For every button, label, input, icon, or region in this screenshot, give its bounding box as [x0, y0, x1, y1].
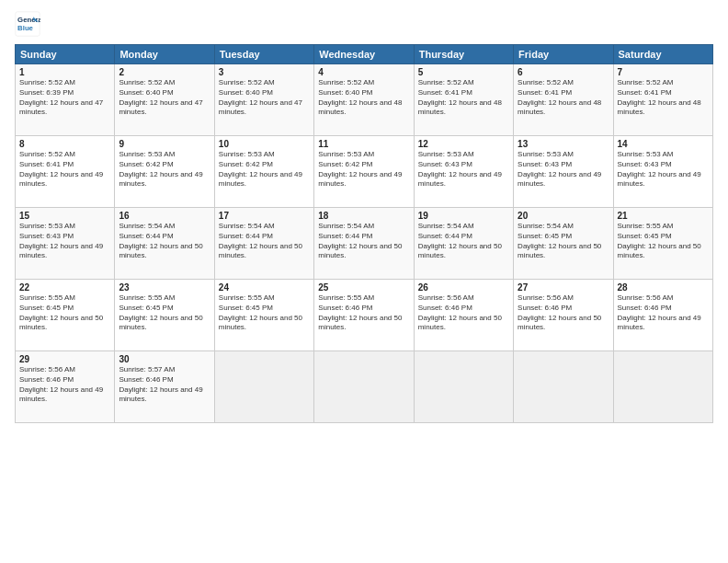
- day-number: 14: [618, 139, 709, 149]
- day-number: 30: [119, 354, 210, 364]
- calendar-cell: 22 Sunrise: 5:55 AM Sunset: 6:45 PM Dayl…: [16, 280, 115, 351]
- calendar-cell: [613, 351, 712, 423]
- day-number: 5: [418, 67, 509, 77]
- svg-text:General: General: [17, 16, 40, 24]
- day-number: 18: [318, 211, 409, 221]
- calendar-cell: 25 Sunrise: 5:55 AM Sunset: 6:46 PM Dayl…: [314, 280, 414, 351]
- day-info: Sunrise: 5:53 AM Sunset: 6:42 PM Dayligh…: [119, 150, 210, 190]
- calendar-cell: 13 Sunrise: 5:53 AM Sunset: 6:43 PM Dayl…: [514, 136, 613, 208]
- day-info: Sunrise: 5:54 AM Sunset: 6:44 PM Dayligh…: [318, 222, 409, 261]
- day-info: Sunrise: 5:54 AM Sunset: 6:45 PM Dayligh…: [518, 222, 609, 261]
- day-info: Sunrise: 5:56 AM Sunset: 6:46 PM Dayligh…: [19, 365, 110, 405]
- calendar-cell: 4 Sunrise: 5:52 AM Sunset: 6:40 PM Dayli…: [314, 64, 414, 136]
- calendar-cell: 2 Sunrise: 5:52 AM Sunset: 6:40 PM Dayli…: [115, 64, 214, 136]
- calendar-cell: 29 Sunrise: 5:56 AM Sunset: 6:46 PM Dayl…: [16, 351, 115, 423]
- day-info: Sunrise: 5:52 AM Sunset: 6:41 PM Dayligh…: [418, 78, 509, 118]
- calendar-cell: 23 Sunrise: 5:55 AM Sunset: 6:45 PM Dayl…: [115, 280, 214, 351]
- day-number: 26: [418, 282, 509, 293]
- calendar-week-row: 22 Sunrise: 5:55 AM Sunset: 6:45 PM Dayl…: [16, 280, 713, 351]
- calendar-cell: 12 Sunrise: 5:53 AM Sunset: 6:43 PM Dayl…: [414, 136, 513, 208]
- calendar-cell: 21 Sunrise: 5:55 AM Sunset: 6:45 PM Dayl…: [613, 208, 712, 280]
- day-number: 15: [19, 211, 110, 221]
- day-info: Sunrise: 5:52 AM Sunset: 6:40 PM Dayligh…: [318, 78, 409, 118]
- day-number: 7: [618, 67, 709, 77]
- day-of-week-row: SundayMondayTuesdayWednesdayThursdayFrid…: [16, 45, 713, 64]
- day-info: Sunrise: 5:55 AM Sunset: 6:46 PM Dayligh…: [318, 293, 409, 333]
- calendar-cell: 10 Sunrise: 5:53 AM Sunset: 6:42 PM Dayl…: [214, 136, 313, 208]
- calendar-cell: 28 Sunrise: 5:56 AM Sunset: 6:46 PM Dayl…: [613, 280, 712, 351]
- day-info: Sunrise: 5:55 AM Sunset: 6:45 PM Dayligh…: [219, 293, 310, 333]
- calendar-cell: 8 Sunrise: 5:52 AM Sunset: 6:41 PM Dayli…: [16, 136, 115, 208]
- day-info: Sunrise: 5:57 AM Sunset: 6:46 PM Dayligh…: [119, 365, 210, 405]
- day-number: 20: [518, 211, 609, 221]
- calendar-cell: [414, 351, 513, 423]
- day-number: 1: [19, 67, 110, 77]
- day-info: Sunrise: 5:53 AM Sunset: 6:42 PM Dayligh…: [219, 150, 310, 190]
- day-info: Sunrise: 5:55 AM Sunset: 6:45 PM Dayligh…: [19, 293, 110, 333]
- calendar-cell: 20 Sunrise: 5:54 AM Sunset: 6:45 PM Dayl…: [514, 208, 613, 280]
- day-info: Sunrise: 5:54 AM Sunset: 6:44 PM Dayligh…: [219, 222, 310, 261]
- day-number: 4: [318, 67, 409, 77]
- dow-header: Saturday: [613, 45, 712, 64]
- svg-text:Blue: Blue: [17, 24, 34, 32]
- day-number: 2: [119, 67, 210, 77]
- calendar-cell: 17 Sunrise: 5:54 AM Sunset: 6:44 PM Dayl…: [214, 208, 313, 280]
- page: General Blue SundayMondayTuesdayWednesda…: [0, 0, 728, 563]
- day-number: 25: [318, 282, 409, 293]
- day-number: 29: [19, 354, 110, 364]
- calendar-cell: 11 Sunrise: 5:53 AM Sunset: 6:42 PM Dayl…: [314, 136, 414, 208]
- calendar-cell: 3 Sunrise: 5:52 AM Sunset: 6:40 PM Dayli…: [214, 64, 313, 136]
- dow-header: Tuesday: [214, 45, 313, 64]
- dow-header: Friday: [514, 45, 613, 64]
- calendar-cell: 18 Sunrise: 5:54 AM Sunset: 6:44 PM Dayl…: [314, 208, 414, 280]
- day-info: Sunrise: 5:52 AM Sunset: 6:40 PM Dayligh…: [119, 78, 210, 118]
- day-info: Sunrise: 5:53 AM Sunset: 6:42 PM Dayligh…: [318, 150, 409, 190]
- calendar-cell: 27 Sunrise: 5:56 AM Sunset: 6:46 PM Dayl…: [514, 280, 613, 351]
- calendar-cell: [514, 351, 613, 423]
- day-number: 3: [219, 67, 310, 77]
- day-info: Sunrise: 5:54 AM Sunset: 6:44 PM Dayligh…: [119, 222, 210, 261]
- day-info: Sunrise: 5:52 AM Sunset: 6:40 PM Dayligh…: [219, 78, 310, 118]
- calendar-cell: 19 Sunrise: 5:54 AM Sunset: 6:44 PM Dayl…: [414, 208, 513, 280]
- day-info: Sunrise: 5:52 AM Sunset: 6:39 PM Dayligh…: [19, 78, 110, 118]
- day-info: Sunrise: 5:54 AM Sunset: 6:44 PM Dayligh…: [418, 222, 509, 261]
- day-info: Sunrise: 5:53 AM Sunset: 6:43 PM Dayligh…: [418, 150, 509, 190]
- day-number: 19: [418, 211, 509, 221]
- calendar-cell: 1 Sunrise: 5:52 AM Sunset: 6:39 PM Dayli…: [16, 64, 115, 136]
- day-info: Sunrise: 5:55 AM Sunset: 6:45 PM Dayligh…: [119, 293, 210, 333]
- calendar-week-row: 1 Sunrise: 5:52 AM Sunset: 6:39 PM Dayli…: [16, 64, 713, 136]
- calendar-cell: 14 Sunrise: 5:53 AM Sunset: 6:43 PM Dayl…: [613, 136, 712, 208]
- calendar-cell: [314, 351, 414, 423]
- calendar-cell: 15 Sunrise: 5:53 AM Sunset: 6:43 PM Dayl…: [16, 208, 115, 280]
- calendar-week-row: 8 Sunrise: 5:52 AM Sunset: 6:41 PM Dayli…: [16, 136, 713, 208]
- day-number: 13: [518, 139, 609, 149]
- dow-header: Thursday: [414, 45, 513, 64]
- day-number: 12: [418, 139, 509, 149]
- calendar-cell: 24 Sunrise: 5:55 AM Sunset: 6:45 PM Dayl…: [214, 280, 313, 351]
- calendar-body: 1 Sunrise: 5:52 AM Sunset: 6:39 PM Dayli…: [16, 64, 713, 423]
- calendar-cell: 26 Sunrise: 5:56 AM Sunset: 6:46 PM Dayl…: [414, 280, 513, 351]
- day-number: 6: [518, 67, 609, 77]
- logo: General Blue: [15, 11, 40, 37]
- day-number: 9: [119, 139, 210, 149]
- calendar-cell: 6 Sunrise: 5:52 AM Sunset: 6:41 PM Dayli…: [514, 64, 613, 136]
- calendar-cell: 9 Sunrise: 5:53 AM Sunset: 6:42 PM Dayli…: [115, 136, 214, 208]
- day-number: 21: [618, 211, 709, 221]
- day-number: 16: [119, 211, 210, 221]
- day-number: 22: [19, 282, 110, 293]
- calendar-cell: 16 Sunrise: 5:54 AM Sunset: 6:44 PM Dayl…: [115, 208, 214, 280]
- logo-icon: General Blue: [15, 11, 40, 37]
- calendar-cell: 5 Sunrise: 5:52 AM Sunset: 6:41 PM Dayli…: [414, 64, 513, 136]
- day-number: 17: [219, 211, 310, 221]
- day-number: 28: [618, 282, 709, 293]
- day-number: 8: [19, 139, 110, 149]
- day-info: Sunrise: 5:56 AM Sunset: 6:46 PM Dayligh…: [418, 293, 509, 333]
- dow-header: Sunday: [16, 45, 115, 64]
- day-info: Sunrise: 5:56 AM Sunset: 6:46 PM Dayligh…: [518, 293, 609, 333]
- day-number: 10: [219, 139, 310, 149]
- dow-header: Wednesday: [314, 45, 414, 64]
- calendar-table: SundayMondayTuesdayWednesdayThursdayFrid…: [15, 44, 713, 423]
- calendar-cell: 7 Sunrise: 5:52 AM Sunset: 6:41 PM Dayli…: [613, 64, 712, 136]
- day-info: Sunrise: 5:53 AM Sunset: 6:43 PM Dayligh…: [19, 222, 110, 261]
- header: General Blue: [15, 11, 713, 37]
